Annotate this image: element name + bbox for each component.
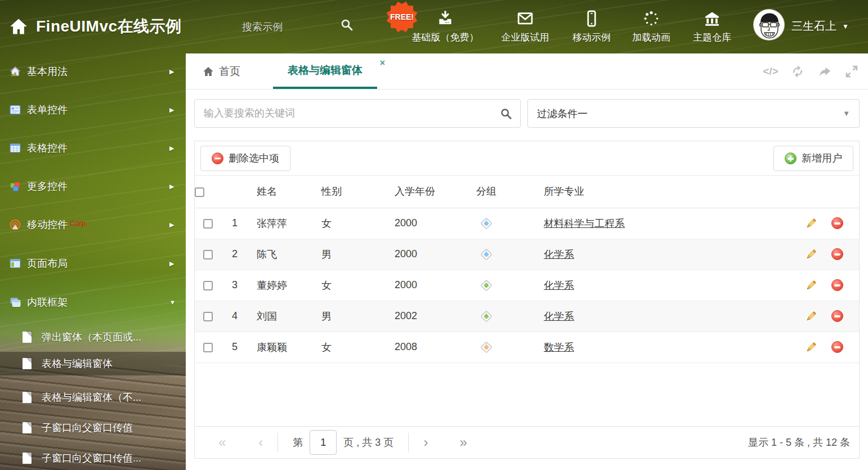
tab-grid-edit-window[interactable]: 表格与编辑窗体 × bbox=[273, 53, 377, 89]
row-checkbox[interactable] bbox=[203, 250, 213, 259]
last-page-button[interactable]: » bbox=[459, 436, 467, 449]
column-header-gender[interactable]: 性别 bbox=[321, 176, 395, 208]
form-icon bbox=[9, 104, 21, 116]
row-checkbox[interactable] bbox=[203, 343, 213, 352]
row-index: 2 bbox=[221, 239, 245, 270]
row-checkbox[interactable] bbox=[203, 312, 213, 321]
sidebar-item-grid-controls[interactable]: 表格控件 ▶ bbox=[0, 137, 186, 159]
first-page-button[interactable]: « bbox=[218, 436, 226, 449]
table-row: 5 康颖颖 女 2008 数学系 bbox=[195, 332, 859, 362]
sidebar-item-label: 表格控件 bbox=[27, 141, 68, 155]
row-checkbox[interactable] bbox=[203, 219, 213, 229]
tab-bar: 首页 表格与编辑窗体 × </> bbox=[186, 53, 868, 89]
delete-row-icon[interactable] bbox=[831, 248, 843, 260]
row-year: 2000 bbox=[395, 270, 476, 301]
grid-icon bbox=[9, 142, 21, 154]
expand-icon[interactable] bbox=[844, 64, 859, 79]
user-menu[interactable]: 三生石上 ▼ bbox=[791, 19, 849, 34]
header-search-input[interactable]: 搜索示例 bbox=[242, 20, 332, 34]
row-name: 康颖颖 bbox=[245, 332, 321, 362]
edit-pencil-icon[interactable] bbox=[805, 341, 817, 353]
edit-pencil-icon[interactable] bbox=[805, 248, 817, 261]
sidebar-item-label: 表单控件 bbox=[27, 103, 68, 117]
major-link[interactable]: 化学系 bbox=[544, 249, 574, 260]
search-icon[interactable] bbox=[340, 18, 354, 32]
sidebar-item-label: 更多控件 bbox=[27, 180, 68, 193]
refresh-icon[interactable] bbox=[790, 64, 805, 79]
app-title: FineUIMvc在线示例 bbox=[36, 16, 182, 37]
select-all-checkbox[interactable] bbox=[195, 187, 204, 197]
tab-home[interactable]: 首页 bbox=[186, 53, 255, 89]
chevron-down-icon: ▼ bbox=[169, 299, 176, 306]
sidebar-item-label: 内联框架 bbox=[27, 296, 68, 309]
avatar[interactable] bbox=[753, 9, 785, 41]
filter-dropdown-value: 过滤条件一 bbox=[537, 107, 588, 120]
grid-panel: 删除选中项 新增用户 bbox=[194, 141, 860, 459]
row-checkbox[interactable] bbox=[203, 281, 213, 290]
delete-row-icon[interactable] bbox=[831, 310, 843, 322]
page-icon bbox=[23, 332, 32, 343]
nav-label: 加载动画 bbox=[632, 31, 670, 44]
delete-row-icon[interactable] bbox=[831, 341, 843, 353]
sidebar-subitem-child-to-parent-2[interactable]: 子窗口向父窗口传值... bbox=[0, 446, 186, 470]
delete-row-icon[interactable] bbox=[831, 217, 843, 229]
delete-row-icon[interactable] bbox=[831, 279, 843, 291]
sidebar-item-basic-usage[interactable]: 基本用法 ▶ bbox=[0, 60, 186, 83]
sidebar-item-page-layout[interactable]: 页面布局 ▶ bbox=[0, 252, 186, 275]
major-link[interactable]: 化学系 bbox=[544, 280, 574, 291]
column-header-major[interactable]: 所学专业 bbox=[544, 176, 802, 208]
sidebar-item-more-controls[interactable]: 更多控件 ▶ bbox=[0, 175, 186, 198]
chevron-down-icon: ▼ bbox=[842, 23, 849, 30]
filter-row: 过滤条件一 ▼ bbox=[194, 99, 860, 128]
search-icon[interactable] bbox=[500, 108, 512, 120]
source-code-icon[interactable]: </> bbox=[763, 64, 778, 79]
sidebar-item-form-controls[interactable]: 表单控件 ▶ bbox=[0, 99, 186, 121]
major-link[interactable]: 化学系 bbox=[544, 311, 574, 322]
column-header-group[interactable]: 分组 bbox=[476, 176, 544, 208]
sidebar-item-inline-frames[interactable]: 内联框架 ▼ bbox=[0, 291, 186, 314]
sidebar-subitem-grid-edit-window-2[interactable]: 表格与编辑窗体（不... bbox=[0, 386, 186, 409]
edit-pencil-icon[interactable] bbox=[805, 217, 817, 230]
sidebar-subitem-grid-edit-window[interactable]: 表格与编辑窗体 bbox=[0, 352, 186, 375]
free-badge: FREE! bbox=[385, 0, 419, 34]
nav-item-basic-edition[interactable]: 基础版（免费） bbox=[409, 10, 482, 44]
filter-dropdown[interactable]: 过滤条件一 ▼ bbox=[527, 99, 860, 128]
tag-icon bbox=[480, 217, 493, 230]
chevron-right-icon: ▶ bbox=[169, 221, 174, 229]
keyword-search-input[interactable] bbox=[195, 100, 520, 127]
nav-item-enterprise-trial[interactable]: 企业版试用 bbox=[489, 10, 562, 44]
next-page-button[interactable]: › bbox=[423, 436, 428, 449]
column-header-name[interactable]: 姓名 bbox=[245, 176, 321, 208]
tag-icon bbox=[480, 310, 493, 323]
edit-pencil-icon[interactable] bbox=[805, 310, 817, 323]
table-row: 4 刘国 男 2002 化学系 bbox=[195, 301, 859, 332]
home-icon bbox=[203, 66, 214, 77]
delete-selected-button[interactable]: 删除选中项 bbox=[200, 146, 290, 171]
sidebar-item-mobile-controls[interactable]: 移动控件Corp. ▶ bbox=[0, 213, 186, 236]
layout-icon bbox=[9, 257, 21, 270]
major-link[interactable]: 数学系 bbox=[544, 342, 574, 353]
column-header-year[interactable]: 入学年份 bbox=[395, 176, 476, 208]
sidebar-subitem-popup-window[interactable]: 弹出窗体（本页面或... bbox=[0, 325, 186, 349]
add-user-button[interactable]: 新增用户 bbox=[773, 146, 853, 171]
page-suffix-label: 页 , 共 3 页 bbox=[343, 436, 393, 449]
frames-icon bbox=[9, 296, 21, 308]
edit-pencil-icon[interactable] bbox=[805, 279, 817, 292]
share-icon[interactable] bbox=[817, 64, 832, 79]
major-link[interactable]: 材料科学与工程系 bbox=[544, 218, 625, 229]
table-body: 1 张萍萍 女 2000 材料科学与工程系 bbox=[195, 208, 859, 362]
divider bbox=[408, 433, 409, 452]
row-gender: 男 bbox=[321, 301, 395, 332]
sidebar-subitem-child-to-parent[interactable]: 子窗口向父窗口传值 bbox=[0, 416, 186, 440]
table-row: 2 陈飞 男 2000 化学系 bbox=[195, 239, 859, 270]
nav-item-theme-repo[interactable]: 主题仓库 bbox=[675, 10, 749, 44]
chevron-right-icon: ▶ bbox=[169, 68, 174, 75]
row-gender: 女 bbox=[321, 332, 395, 362]
page-number-input[interactable] bbox=[310, 430, 337, 455]
close-icon[interactable]: × bbox=[380, 59, 385, 68]
sidebar-item-label: 移动控件Corp. bbox=[27, 218, 88, 231]
prev-page-button[interactable]: ‹ bbox=[258, 436, 263, 449]
row-year: 2008 bbox=[395, 332, 476, 362]
row-name: 刘国 bbox=[245, 301, 321, 332]
home-logo-icon[interactable] bbox=[9, 17, 28, 36]
